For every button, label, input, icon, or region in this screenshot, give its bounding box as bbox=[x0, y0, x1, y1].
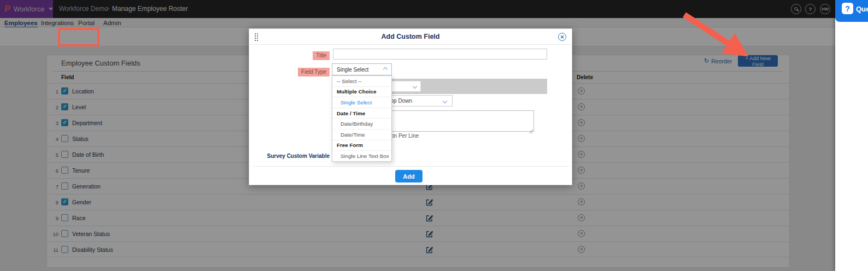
extension-panel-header[interactable]: ? Que bbox=[835, 0, 868, 22]
options-textarea[interactable] bbox=[390, 110, 534, 132]
dropdown-group-multiple-choice: Multiple Choice bbox=[332, 87, 391, 98]
close-icon[interactable]: ✕ bbox=[558, 33, 566, 41]
modal-header: Add Custom Field ✕ bbox=[249, 29, 572, 45]
modal-footer-divider bbox=[254, 166, 568, 167]
add-custom-field-modal: Add Custom Field ✕ Title Field Type Drop… bbox=[249, 28, 572, 185]
survey-variable-label-wrap: Survey Custom Variable bbox=[249, 150, 330, 160]
screen: P Workforce Workforce Demo > Manage Empl… bbox=[0, 0, 868, 271]
dropdown-group-free-form: Free Form bbox=[332, 140, 391, 151]
dropdown-option-date-birthday[interactable]: Date/Birthday bbox=[332, 119, 391, 129]
add-button[interactable]: Add bbox=[395, 170, 423, 182]
field-type-select-value: Single Select bbox=[337, 67, 368, 73]
question-bubble-icon: ? bbox=[842, 3, 853, 14]
field-type-select[interactable]: Single Select bbox=[332, 63, 392, 75]
dropdown-option-single-line-text-box[interactable]: Single Line Text Box bbox=[332, 151, 391, 162]
title-label: Title bbox=[313, 51, 330, 60]
title-input[interactable] bbox=[333, 49, 547, 60]
resize-handle-icon[interactable] bbox=[529, 126, 571, 184]
field-type-label: Field Type bbox=[298, 68, 330, 76]
dropdown-option-select-placeholder[interactable]: -- Select -- bbox=[332, 76, 391, 87]
chevron-down-icon bbox=[443, 99, 447, 103]
dropdown-option-single-select[interactable]: Single Select bbox=[332, 97, 391, 108]
dropdown-option-date-time[interactable]: Date/Time bbox=[332, 129, 391, 140]
chevron-up-icon bbox=[383, 67, 388, 72]
dropdown-group-date-time: Date / Time bbox=[332, 108, 391, 119]
survey-variable-label: Survey Custom Variable bbox=[267, 153, 330, 159]
field-type-label-wrap: Field Type bbox=[249, 66, 330, 76]
title-label-wrap: Title bbox=[249, 50, 330, 60]
extension-panel-title: Que bbox=[856, 5, 868, 13]
annotation-arrow bbox=[675, 8, 757, 63]
extension-side-panel: ? Que bbox=[835, 0, 868, 271]
field-type-dropdown: -- Select -- Multiple Choice Single Sele… bbox=[332, 75, 392, 162]
annotation-highlight-rectangle bbox=[58, 28, 99, 46]
modal-title: Add Custom Field bbox=[249, 33, 572, 40]
